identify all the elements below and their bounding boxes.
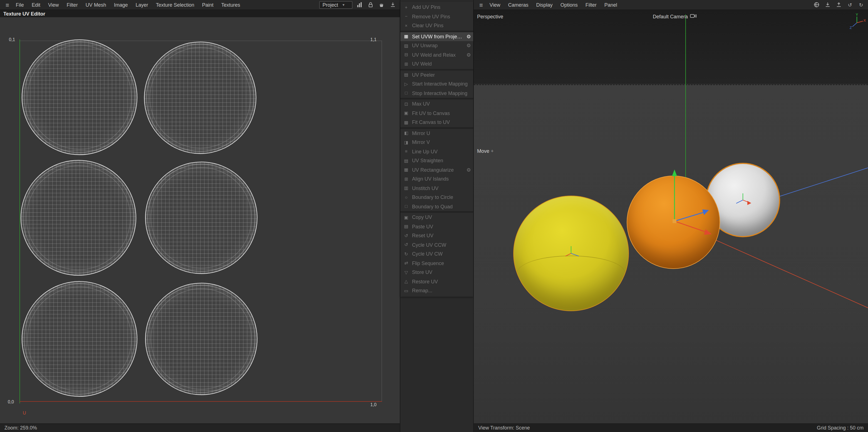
uv-island[interactable] xyxy=(22,281,137,397)
uv-menu-item[interactable]: △ Restore UV ⚙ xyxy=(400,277,473,286)
menubar-item[interactable]: File xyxy=(12,2,28,7)
uv-menu-item[interactable]: ▭ Remap... ⚙ xyxy=(400,286,473,295)
menubar-item[interactable]: Display xyxy=(532,2,557,7)
uv-u-axis xyxy=(20,401,382,402)
menubar-item[interactable]: Panel xyxy=(600,2,621,7)
uv-menu-item[interactable]: ⇄ Flip Sequence ⚙ xyxy=(400,259,473,268)
uv-menu-item[interactable]: ▥ Unstitch UV ⚙ xyxy=(400,184,473,193)
sphere-yellow[interactable] xyxy=(513,196,629,311)
uv-menu-item[interactable]: □ Stop Interactive Mapping ⚙ xyxy=(400,89,473,99)
move-tool-icon: + xyxy=(491,148,494,154)
uv-menu-item[interactable]: ▣ Fit UV to Canvas ⚙ xyxy=(400,109,473,118)
uv-corner-top-right: 1,1 xyxy=(370,37,376,42)
axis-indicator[interactable]: Y X Z xyxy=(847,13,867,33)
menu-item-label: Reset UV xyxy=(412,233,471,239)
menubar-item[interactable]: Options xyxy=(557,2,582,7)
histogram-icon[interactable] xyxy=(355,1,364,9)
axis-z-label: Z xyxy=(850,26,852,30)
uv-menu-item[interactable]: ▩ Fit Canvas to UV ⚙ xyxy=(400,118,473,129)
sphere-orange[interactable] xyxy=(627,175,720,269)
uv-menu-item[interactable]: × Clear UV Pins ⚙ xyxy=(400,21,473,32)
panel-menu-icon[interactable]: ≡ xyxy=(3,1,12,8)
uv-menu-item[interactable]: ▦ UV Rectangularize ⚙ xyxy=(400,165,473,174)
uv-menu-item[interactable]: ≡ Line Up UV ⚙ xyxy=(400,147,473,156)
project-dropdown-value: Project xyxy=(322,2,338,7)
project-dropdown[interactable]: Project ▾ xyxy=(319,1,352,9)
shading-icon[interactable] xyxy=(812,1,821,9)
menu-item-label: Line Up UV xyxy=(412,149,471,155)
gear-icon[interactable]: ⚙ xyxy=(464,43,471,48)
viewport-canvas[interactable]: Perspective Default Camera Move + Y X Z xyxy=(474,10,868,424)
projection-label[interactable]: Perspective xyxy=(477,14,503,20)
menubar-item[interactable]: View xyxy=(486,2,504,7)
menubar-item[interactable]: Filter xyxy=(582,2,600,7)
uv-menu-item[interactable]: ⊡ Max UV ⚙ xyxy=(400,99,473,109)
undo-view-icon[interactable]: ↺ xyxy=(846,1,854,9)
uv-editor-statusbar: Zoom: 259.0% xyxy=(0,423,400,432)
gear-icon[interactable]: ⚙ xyxy=(464,34,471,39)
uv-island[interactable] xyxy=(21,160,136,275)
menu-item-icon: ▥ xyxy=(403,186,410,191)
menubar-item[interactable]: Paint xyxy=(198,2,217,7)
uv-menu-item[interactable]: ▤ UV Peeler ⚙ xyxy=(400,70,473,79)
load-image-icon[interactable] xyxy=(835,1,843,9)
menubar-item[interactable]: Texture Selection xyxy=(152,2,198,7)
uv-menu-item[interactable]: ▽ Store UV ⚙ xyxy=(400,268,473,277)
gear-icon[interactable]: ⚙ xyxy=(464,52,471,58)
menu-item-label: Cycle UV CCW xyxy=(412,242,471,248)
camera-label[interactable]: Default Camera xyxy=(653,13,697,20)
uv-menu-item[interactable]: ◧ Mirror U ⚙ xyxy=(400,129,473,138)
menu-item-icon: ⊟ xyxy=(403,53,410,58)
uv-menu-item[interactable]: □ Boundary to Quad ⚙ xyxy=(400,202,473,213)
tool-label-text: Move xyxy=(477,148,489,154)
menubar-item[interactable]: UV Mesh xyxy=(82,2,110,7)
menubar-item[interactable]: Layer xyxy=(132,2,152,7)
menubar-item[interactable]: View xyxy=(44,2,63,7)
uv-square-right-edge xyxy=(381,40,382,401)
uv-island[interactable] xyxy=(144,42,256,154)
uv-menu-item[interactable]: + Add UV Pins ⚙ xyxy=(400,3,473,12)
menu-item-icon: ↻ xyxy=(403,252,410,257)
uv-menu-item[interactable]: ○ Boundary to Circle ⚙ xyxy=(400,193,473,202)
uv-menu-item[interactable]: ▣ Copy UV ⚙ xyxy=(400,213,473,222)
menu-item-label: Fit Canvas to UV xyxy=(412,120,471,125)
uv-island[interactable] xyxy=(145,283,257,395)
uv-menu-item[interactable]: ↻ Cycle UV CW ⚙ xyxy=(400,250,473,259)
save-image-icon[interactable] xyxy=(824,1,832,9)
uv-menu-item[interactable]: ▨ UV Unwrap ⚙ xyxy=(400,41,473,50)
uv-editor-menubar: ≡ FileEditViewFilterUV MeshImageLayerTex… xyxy=(0,0,400,10)
uv-menu-item[interactable]: ▦ Set UVW from Projection ⚙ xyxy=(400,32,473,41)
panel-menu-icon[interactable]: ≡ xyxy=(476,1,486,8)
uv-menu-item[interactable]: ▤ UV Straighten ⚙ xyxy=(400,156,473,165)
uv-island[interactable] xyxy=(145,162,257,274)
uv-menu-item[interactable]: ↺ Cycle UV CCW ⚙ xyxy=(400,240,473,250)
uv-menu-item[interactable]: ▷ Start Interactive Mapping ⚙ xyxy=(400,79,473,89)
menu-item-label: Clear UV Pins xyxy=(412,23,471,29)
menubar-item[interactable]: Edit xyxy=(28,2,44,7)
menu-item-icon: ◨ xyxy=(403,140,410,145)
uv-menu-item[interactable]: ⊟ UV Weld and Relax ⚙ xyxy=(400,50,473,60)
lock-icon[interactable] xyxy=(366,1,375,9)
uv-menu-item[interactable]: ⊞ UV Weld ⚙ xyxy=(400,60,473,70)
uv-menu-item[interactable]: ↺ Reset UV ⚙ xyxy=(400,231,473,240)
uv-island[interactable] xyxy=(22,39,137,155)
menubar-item[interactable]: Cameras xyxy=(504,2,532,7)
uv-menu-item[interactable]: ◨ Mirror V ⚙ xyxy=(400,138,473,147)
menu-item-icon: ⊞ xyxy=(403,62,410,67)
redo-view-icon[interactable]: ↻ xyxy=(857,1,865,9)
menubar-item[interactable]: Textures xyxy=(217,2,244,7)
pan-hand-icon[interactable] xyxy=(378,1,386,9)
menu-item-label: Boundary to Circle xyxy=(412,195,471,200)
uv-menu-item[interactable]: − Remove UV Pins ⚙ xyxy=(400,12,473,21)
save-layout-icon[interactable] xyxy=(389,1,397,9)
view-transform-status: View Transform: Scene xyxy=(478,425,530,431)
uv-menu-item[interactable]: ⊞ Align UV Islands ⚙ xyxy=(400,174,473,184)
menu-item-icon: ▤ xyxy=(403,224,410,229)
menubar-item[interactable]: Image xyxy=(110,2,132,7)
gear-icon[interactable]: ⚙ xyxy=(464,167,471,173)
uv-menu-item[interactable]: ▤ Paste UV ⚙ xyxy=(400,222,473,231)
menubar-item[interactable]: Filter xyxy=(63,2,82,7)
menu-item-label: Add UV Pins xyxy=(412,5,471,10)
menu-item-icon: ▷ xyxy=(403,82,410,87)
uv-canvas[interactable]: 0,1 1,1 0,0 1,0 U xyxy=(0,17,400,424)
